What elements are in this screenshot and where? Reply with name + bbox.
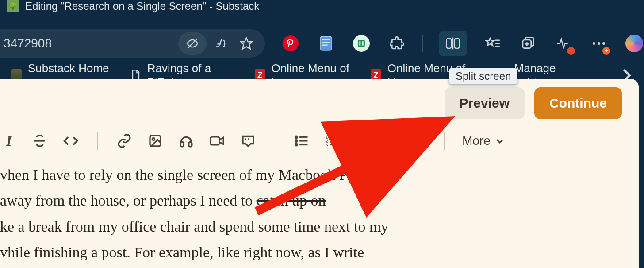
tooltip-text: Split screen <box>456 70 511 82</box>
comment-icon[interactable] <box>239 132 257 150</box>
audio-icon[interactable] <box>177 132 195 150</box>
split-screen-tooltip: Split screen <box>449 68 518 85</box>
link-icon[interactable] <box>115 132 133 150</box>
code-icon[interactable] <box>62 132 80 150</box>
editor-line: away from the house, or perhaps I need t… <box>0 188 621 214</box>
preview-button[interactable]: Preview <box>445 87 525 119</box>
address-fragment: 3472908 <box>4 36 52 50</box>
split-screen-button[interactable] <box>439 31 467 56</box>
svg-rect-9 <box>358 40 365 47</box>
chevron-down-icon <box>496 138 504 144</box>
toolbar-separator <box>97 132 98 150</box>
favorite-star-icon[interactable] <box>237 34 256 53</box>
bullet-list-icon[interactable] <box>293 132 310 150</box>
svg-point-25 <box>602 42 605 45</box>
tab-title: Editing "Research on a Single Screen" - … <box>25 0 259 12</box>
copilot-icon[interactable] <box>625 34 644 53</box>
button-dropdown-label: Button <box>377 134 413 148</box>
svg-point-28 <box>152 138 154 140</box>
update-badge-icon <box>602 47 610 55</box>
browser-tab[interactable]: 🌳 Editing "Research on a Single Screen" … <box>0 0 644 13</box>
editor-body[interactable]: vhen I have to rely on the single screen… <box>0 154 639 266</box>
svg-rect-31 <box>211 137 220 145</box>
toolbar-separator <box>275 132 275 150</box>
svg-rect-3 <box>321 36 331 50</box>
numbered-list-icon[interactable]: 123 <box>324 132 341 150</box>
svg-rect-11 <box>362 41 364 46</box>
editor-top-actions: Preview Continue <box>0 79 639 128</box>
svg-rect-13 <box>455 39 460 48</box>
svg-rect-12 <box>446 39 451 48</box>
svg-rect-6 <box>322 42 330 43</box>
toolbar-separator <box>422 35 423 52</box>
italic-icon[interactable]: I <box>0 132 18 150</box>
read-aloud-icon[interactable] <box>211 34 230 53</box>
svg-rect-7 <box>322 44 328 45</box>
svg-rect-30 <box>189 142 192 147</box>
svg-point-38 <box>295 144 297 146</box>
svg-text:3: 3 <box>326 142 328 147</box>
editor-toolbar: I 123 Button <box>0 128 639 154</box>
svg-point-23 <box>593 42 595 45</box>
document-extension-icon[interactable] <box>316 34 336 53</box>
extension-green-icon[interactable] <box>352 34 371 53</box>
svg-point-34 <box>295 136 297 138</box>
svg-marker-1 <box>241 38 252 49</box>
extensions-puzzle-icon[interactable] <box>387 34 406 53</box>
continue-button[interactable]: Continue <box>534 87 622 119</box>
more-dropdown[interactable]: More <box>462 134 504 148</box>
chevron-down-icon <box>418 138 426 144</box>
toolbar-separator <box>444 132 445 150</box>
browser-actions <box>281 31 644 56</box>
toolbar-row: 3472908 <box>0 26 644 61</box>
more-menu-icon[interactable] <box>589 34 609 53</box>
strikethrough-icon[interactable] <box>31 132 49 150</box>
button-dropdown[interactable]: Button <box>377 134 426 148</box>
svg-marker-15 <box>486 38 494 46</box>
svg-rect-10 <box>359 41 360 46</box>
svg-rect-29 <box>180 142 184 147</box>
editor-line: ke a break from my office chair and spen… <box>0 214 621 240</box>
editor-line: vhen I have to rely on the single screen… <box>0 162 621 188</box>
page-content-area: Preview Continue I 123 <box>0 79 639 268</box>
tracking-prevention-icon[interactable] <box>178 32 207 55</box>
tab-favicon-icon: 🌳 <box>7 0 19 12</box>
alert-badge-icon <box>567 47 575 55</box>
image-icon[interactable] <box>146 132 164 150</box>
performance-icon[interactable] <box>554 34 573 53</box>
svg-rect-5 <box>322 39 330 40</box>
toolbar-separator <box>359 132 360 150</box>
address-bar[interactable]: 3472908 <box>0 29 265 58</box>
pinterest-extension-icon[interactable] <box>281 34 300 53</box>
more-dropdown-label: More <box>462 134 491 148</box>
svg-point-24 <box>598 42 600 45</box>
editor-line: vhile finishing a post. For example, lik… <box>0 240 621 265</box>
svg-point-22 <box>571 52 571 53</box>
collections-icon[interactable] <box>518 34 538 53</box>
svg-point-2 <box>283 35 299 51</box>
video-icon[interactable] <box>208 132 226 150</box>
svg-point-36 <box>295 140 297 142</box>
favorites-list-icon[interactable] <box>483 34 502 53</box>
